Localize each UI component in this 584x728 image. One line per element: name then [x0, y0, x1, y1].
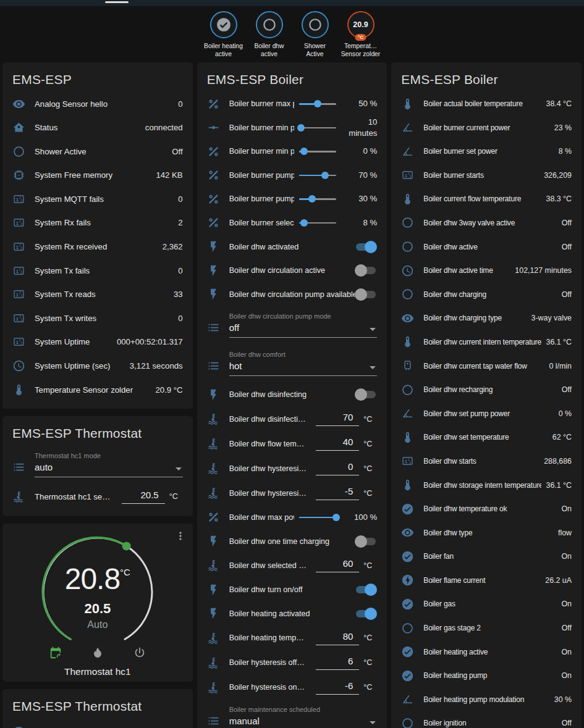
slider[interactable] [299, 513, 336, 522]
slider-thumb[interactable] [314, 100, 321, 107]
entity-row[interactable]: Boiler dhw active time 102,127 minutes [401, 259, 572, 283]
entity-row[interactable]: Boiler dhw current intern temperature 36… [401, 330, 572, 354]
entity-row[interactable]: Boiler gas stage 2 Off [401, 616, 572, 640]
slider-thumb[interactable] [300, 148, 308, 155]
entity-row[interactable]: Shower Active Off [12, 140, 183, 164]
toggle-thumb[interactable] [355, 264, 367, 277]
entity-row[interactable]: 123 System Rx received 2,362 [12, 235, 183, 259]
slider[interactable] [299, 195, 336, 203]
select-input[interactable]: Boiler maintenance scheduled manual [229, 706, 378, 728]
toggle-switch[interactable] [355, 608, 377, 620]
entity-row[interactable]: 123 System Uptime 000+00:52:01.317 [12, 330, 183, 354]
entity-row[interactable]: System Free memory 142 KB [12, 164, 183, 188]
sensor-badge[interactable]: 20.9 °C Temperat… Sensor zolder [341, 11, 381, 59]
state-badge[interactable]: Boiler heating active [204, 11, 243, 59]
slider-thumb[interactable] [332, 514, 340, 521]
entity-row[interactable]: 123 System MQTT fails 0 [12, 187, 183, 211]
number-input[interactable]: -6 [316, 680, 359, 695]
slider-thumb[interactable] [321, 172, 329, 179]
slider[interactable] [299, 171, 336, 180]
entity-row[interactable]: Boiler dhw charging type 3-way valve [401, 306, 572, 330]
entity-row[interactable]: Status connected [12, 115, 183, 140]
toggle-thumb[interactable] [365, 608, 377, 620]
select-input[interactable]: Thermostat hc1 mode auto [35, 452, 183, 477]
entity-row[interactable]: Boiler dhw set pump power 0 % [401, 401, 572, 425]
entity-row[interactable]: Boiler fan On [401, 545, 572, 569]
toggle-switch[interactable] [355, 241, 377, 253]
chevron-down-icon[interactable] [370, 721, 376, 724]
entity-row[interactable]: 123 System Rx fails 2 [12, 211, 183, 235]
slider[interactable] [299, 147, 336, 156]
select-input[interactable]: Boiler dhw comfort hot [229, 351, 378, 376]
number-input[interactable]: -5 [316, 486, 359, 500]
entity-row[interactable]: Temperature Sensor zolder 20.9 °C [12, 378, 183, 402]
slider-thumb[interactable] [297, 124, 305, 132]
toggle-thumb[interactable] [355, 535, 367, 548]
select-input[interactable]: Boiler dhw circulation pump mode off [229, 312, 378, 338]
entity-row[interactable]: Boiler actual boiler temperature 38.4 °C [401, 92, 572, 116]
mode-button[interactable] [133, 646, 146, 659]
entity-row[interactable]: 123 System Tx writes 0 [12, 306, 183, 330]
entity-row[interactable]: Boiler dhw type flow [401, 521, 572, 545]
number-input[interactable]: 0 [316, 461, 359, 475]
number-input[interactable]: 80 [316, 631, 359, 645]
select-value: off [229, 322, 378, 333]
slider[interactable] [299, 99, 336, 108]
chevron-down-icon[interactable] [370, 366, 376, 369]
number-input[interactable]: 20.5 [122, 490, 165, 504]
number-input[interactable]: 70 [316, 412, 359, 426]
entity-row[interactable]: Thermostat date/time 14:21:51 22.01.2022 [12, 719, 183, 728]
toggle-switch[interactable] [355, 264, 377, 277]
toggle-thumb[interactable] [365, 584, 377, 596]
number-input[interactable]: 40 [316, 437, 359, 451]
toggle-thumb[interactable] [355, 288, 367, 301]
entity-row[interactable]: Boiler burner current power 23 % [401, 115, 572, 140]
entity-row[interactable]: Boiler heating active On [401, 640, 572, 664]
entity-row[interactable]: Boiler dhw active Off [401, 235, 572, 259]
entity-row[interactable]: System Uptime (sec) 3,121 seconds [12, 354, 183, 378]
entity-row[interactable]: Boiler current flow temperature 38.3 °C [401, 187, 572, 211]
slider-value: 10 minutes [341, 117, 377, 139]
entity-row[interactable]: Boiler dhw recharging Off [401, 378, 572, 402]
entity-row[interactable]: Boiler ignition Off [401, 711, 572, 728]
entity-row[interactable]: Boiler gas On [401, 592, 572, 616]
toggle-switch[interactable] [355, 288, 377, 301]
number-row: Boiler hysteresis off… 6 °C [207, 650, 378, 675]
slider-thumb[interactable] [300, 219, 308, 227]
toggle-switch[interactable] [355, 584, 377, 596]
toggle-switch[interactable] [355, 535, 377, 548]
entity-row[interactable]: Boiler dhw current tap water flow 0 l/mi… [401, 354, 572, 378]
slider-track[interactable] [299, 127, 336, 129]
number-input[interactable]: 60 [316, 558, 359, 572]
toggle-switch[interactable] [355, 388, 377, 401]
slider[interactable] [299, 219, 336, 227]
toggle-thumb[interactable] [365, 241, 377, 253]
entity-row[interactable]: Analog Sensor hello 0 [12, 92, 183, 116]
entity-row[interactable]: 123 Boiler burner starts 326,209 [401, 164, 572, 188]
slider-thumb[interactable] [308, 195, 316, 203]
entity-row[interactable]: 123 Boiler dhw starts 288,686 [401, 450, 572, 474]
active-tab-indicator[interactable] [105, 1, 129, 3]
dots-vertical-icon[interactable] [174, 530, 187, 542]
chevron-down-icon[interactable] [370, 328, 376, 331]
number-input[interactable]: 6 [316, 656, 359, 670]
entity-row[interactable]: Boiler dhw charging Off [401, 282, 572, 306]
entity-row[interactable]: Boiler burner set power 8 % [401, 140, 572, 164]
mode-button[interactable] [91, 646, 104, 659]
state-badge[interactable]: Boiler dhw active [250, 11, 289, 59]
mode-button[interactable] [49, 646, 62, 659]
entity-row[interactable]: 123 System Tx fails 0 [12, 259, 183, 283]
entity-row[interactable]: Boiler dhw storage intern temperature 36… [401, 473, 572, 497]
entity-row[interactable]: 123 System Tx reads 33 [12, 282, 183, 306]
chevron-down-icon[interactable] [176, 467, 182, 471]
entity-row[interactable]: Boiler dhw 3way valve active Off [401, 211, 572, 235]
entity-row[interactable]: Boiler dhw temperature ok On [401, 497, 572, 521]
slider[interactable] [299, 123, 336, 132]
entity-row[interactable]: Boiler heating pump On [401, 664, 572, 688]
entity-row[interactable]: Boiler flame current 26.2 uA [401, 569, 572, 593]
toggle-thumb[interactable] [355, 388, 367, 401]
svg-text:1: 1 [16, 316, 19, 322]
state-badge[interactable]: Shower Active [295, 11, 335, 59]
entity-row[interactable]: Boiler heating pump modulation 30 % [401, 688, 572, 712]
entity-row[interactable]: Boiler dhw set temperature 62 °C [401, 425, 572, 450]
